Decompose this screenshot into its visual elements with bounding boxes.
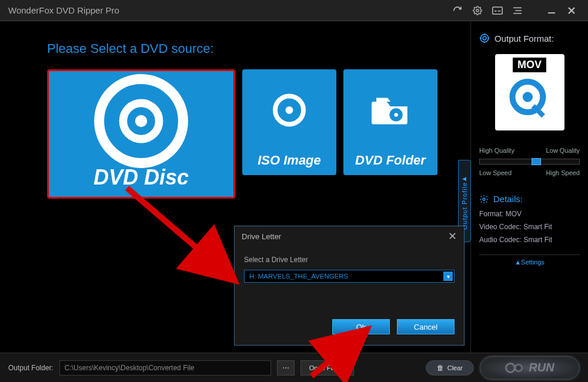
subtitle-icon[interactable] xyxy=(489,2,506,19)
bottom-bar: Output Folder: C:\Users\Kevincy\Desktop\… xyxy=(0,353,588,382)
source-tiles: DVD Disc ISO Image DVD Folder xyxy=(47,69,470,199)
output-folder-label: Output Folder: xyxy=(8,364,54,372)
target-icon xyxy=(479,33,490,43)
output-format-card[interactable]: MOV xyxy=(495,54,564,130)
svg-point-16 xyxy=(394,113,397,116)
output-folder-path[interactable]: C:\Users\Kevincy\Desktop\Converted File xyxy=(59,360,271,376)
playlist-icon[interactable] xyxy=(509,2,526,19)
dvd-disc-label: DVD Disc xyxy=(93,165,189,190)
drive-letter-select[interactable]: H: MARVELS_THE_AVENGERS ▾ xyxy=(244,270,455,283)
svg-point-0 xyxy=(476,9,479,12)
dropdown-arrow-icon[interactable]: ▾ xyxy=(443,272,453,281)
ok-button-label: Ok xyxy=(356,323,366,331)
svg-point-18 xyxy=(483,36,486,40)
svg-point-25 xyxy=(483,198,485,200)
cancel-button-label: Cancel xyxy=(414,323,437,331)
app-title: WonderFox DVD Ripper Pro xyxy=(8,5,446,15)
low-speed-label: Low Speed xyxy=(479,169,512,176)
open-folder-button[interactable]: Open Folder xyxy=(300,360,354,376)
output-profile-tab-label: Output Profile xyxy=(461,182,468,229)
ok-button[interactable]: Ok xyxy=(332,319,390,334)
svg-rect-1 xyxy=(493,7,503,14)
output-folder-path-text: C:\Users\Kevincy\Desktop\Converted File xyxy=(65,364,195,372)
trash-icon: 🗑 xyxy=(437,364,444,372)
quality-slider[interactable] xyxy=(479,159,580,165)
dialog-titlebar: Drive Letter ✕ xyxy=(235,226,464,246)
dvd-disc-icon xyxy=(91,71,191,171)
format-badge: MOV xyxy=(513,58,546,72)
settings-gear-icon[interactable] xyxy=(469,2,486,19)
clear-button[interactable]: 🗑 Clear xyxy=(426,360,474,376)
quicktime-icon xyxy=(509,76,551,118)
detail-video: Video Codec: Smart Fit xyxy=(479,223,580,231)
cancel-button[interactable]: Cancel xyxy=(397,319,455,334)
open-folder-label: Open Folder xyxy=(309,364,345,371)
dvd-folder-label: DVD Folder xyxy=(355,153,426,168)
output-format-heading-label: Output Format: xyxy=(495,33,554,43)
clear-button-label: Clear xyxy=(447,364,463,371)
dvd-folder-tile[interactable]: DVD Folder xyxy=(343,69,437,175)
output-format-heading: Output Format: xyxy=(479,33,580,43)
detail-audio: Audio Codec: Smart Fit xyxy=(479,236,580,244)
dialog-title: Drive Letter xyxy=(242,232,281,241)
close-icon[interactable] xyxy=(563,2,580,19)
slider-thumb[interactable] xyxy=(532,158,541,165)
svg-point-14 xyxy=(286,106,293,114)
side-panel: Output Format: MOV High Quality Low Qual… xyxy=(470,21,588,353)
gear-small-icon xyxy=(479,195,489,204)
quality-bottom-labels: Low Speed High Speed xyxy=(479,169,580,176)
source-prompt: Please Select a DVD source: xyxy=(47,41,470,56)
refresh-icon[interactable] xyxy=(449,2,466,19)
drive-letter-dialog: Drive Letter ✕ Select a Drive Letter H: … xyxy=(234,226,465,346)
dialog-close-icon[interactable]: ✕ xyxy=(448,230,457,243)
dvd-disc-tile[interactable]: DVD Disc xyxy=(47,69,235,199)
title-bar: WonderFox DVD Ripper Pro xyxy=(0,0,588,21)
dialog-label: Select a Drive Letter xyxy=(244,256,455,264)
high-quality-label: High Quality xyxy=(479,147,514,154)
details-heading-label: Details: xyxy=(493,194,523,204)
svg-point-17 xyxy=(480,34,489,42)
minimize-icon[interactable] xyxy=(543,2,560,19)
iso-image-icon xyxy=(266,69,313,153)
settings-expand[interactable]: ▲Settings xyxy=(479,254,580,266)
low-quality-label: Low Quality xyxy=(546,147,580,154)
run-button-label: RUN xyxy=(529,361,554,374)
high-speed-label: High Speed xyxy=(546,169,580,176)
settings-expand-label: Settings xyxy=(521,259,544,266)
quality-top-labels: High Quality Low Quality xyxy=(479,147,580,154)
details-heading: Details: xyxy=(479,194,580,204)
iso-image-label: ISO Image xyxy=(258,153,321,168)
run-button[interactable]: RUN xyxy=(480,356,580,380)
svg-point-24 xyxy=(522,92,532,102)
browse-folder-button[interactable]: ⋯ xyxy=(277,360,295,376)
detail-format: Format: MOV xyxy=(479,210,580,218)
drive-letter-value: H: MARVELS_THE_AVENGERS xyxy=(249,273,348,280)
run-disc-icon xyxy=(505,363,523,373)
iso-image-tile[interactable]: ISO Image xyxy=(242,69,336,175)
dvd-folder-icon xyxy=(367,69,414,153)
svg-point-12 xyxy=(135,115,147,127)
